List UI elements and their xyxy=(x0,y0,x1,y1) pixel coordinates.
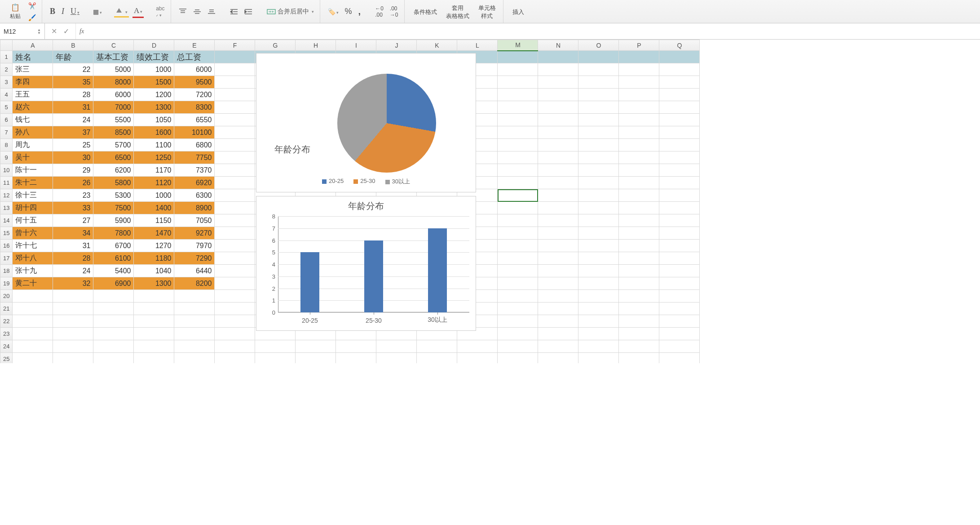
cell-B7[interactable]: 37 xyxy=(53,126,93,139)
col-header-N[interactable]: N xyxy=(538,40,578,51)
cell-styles-button[interactable]: 单元格 样式 xyxy=(476,2,499,21)
cell-P2[interactable] xyxy=(619,63,659,76)
col-header-K[interactable]: K xyxy=(417,40,457,51)
name-box[interactable]: M12 ▲▼ xyxy=(0,23,45,39)
row-header-15[interactable]: 15 xyxy=(0,227,13,240)
row-header-23[interactable]: 23 xyxy=(0,328,13,340)
cell-D10[interactable]: 1170 xyxy=(134,164,174,177)
cell-C9[interactable]: 6500 xyxy=(93,151,134,164)
row-header-8[interactable]: 8 xyxy=(0,139,13,151)
cell-Q9[interactable] xyxy=(659,151,700,164)
cell-M12[interactable] xyxy=(498,189,538,202)
cell-D3[interactable]: 1500 xyxy=(134,76,174,89)
cell-O12[interactable] xyxy=(578,189,619,202)
cell-Q18[interactable] xyxy=(659,265,700,277)
cell-L25[interactable] xyxy=(457,353,498,364)
cell-B21[interactable] xyxy=(53,303,93,315)
cell-P9[interactable] xyxy=(619,151,659,164)
cell-Q13[interactable] xyxy=(659,202,700,214)
cell-P12[interactable] xyxy=(619,189,659,202)
cell-D19[interactable]: 1300 xyxy=(134,277,174,290)
cell-M20[interactable] xyxy=(498,290,538,303)
cell-E18[interactable]: 6440 xyxy=(174,265,215,277)
cell-B4[interactable]: 28 xyxy=(53,89,93,101)
cell-M24[interactable] xyxy=(498,340,538,353)
cell-F3[interactable] xyxy=(215,76,255,89)
row-header-17[interactable]: 17 xyxy=(0,252,13,265)
cell-M9[interactable] xyxy=(498,151,538,164)
cell-N6[interactable] xyxy=(538,114,578,126)
increase-decimal-button[interactable]: ←0.00 xyxy=(374,4,385,19)
cell-P3[interactable] xyxy=(619,76,659,89)
cell-E25[interactable] xyxy=(174,353,215,364)
col-header-M[interactable]: M xyxy=(498,40,538,51)
cell-F20[interactable] xyxy=(215,290,255,303)
cell-E4[interactable]: 7200 xyxy=(174,89,215,101)
cell-C2[interactable]: 5000 xyxy=(93,63,134,76)
pie-chart[interactable]: 年龄分布 20-2525-3030以上 xyxy=(256,53,476,192)
col-header-D[interactable]: D xyxy=(134,40,174,51)
cell-D17[interactable]: 1180 xyxy=(134,252,174,265)
cell-M15[interactable] xyxy=(498,227,538,240)
cell-N3[interactable] xyxy=(538,76,578,89)
cell-P13[interactable] xyxy=(619,202,659,214)
cell-B6[interactable]: 24 xyxy=(53,114,93,126)
cell-O14[interactable] xyxy=(578,214,619,227)
cell-A6[interactable]: 钱七 xyxy=(13,114,53,126)
cell-O23[interactable] xyxy=(578,328,619,340)
cell-O15[interactable] xyxy=(578,227,619,240)
cell-D25[interactable] xyxy=(134,353,174,364)
cell-M3[interactable] xyxy=(498,76,538,89)
cell-F23[interactable] xyxy=(215,328,255,340)
cell-E19[interactable]: 8200 xyxy=(174,277,215,290)
table-format-button[interactable]: 套用 表格格式 xyxy=(443,2,472,21)
cell-F11[interactable] xyxy=(215,177,255,189)
cell-E15[interactable]: 9270 xyxy=(174,227,215,240)
cell-B22[interactable] xyxy=(53,315,93,328)
cell-M18[interactable] xyxy=(498,265,538,277)
cell-F6[interactable] xyxy=(215,114,255,126)
cell-E12[interactable]: 6300 xyxy=(174,189,215,202)
cell-D12[interactable]: 1000 xyxy=(134,189,174,202)
cell-A13[interactable]: 胡十四 xyxy=(13,202,53,214)
cell-Q19[interactable] xyxy=(659,277,700,290)
cell-F10[interactable] xyxy=(215,164,255,177)
cell-E14[interactable]: 7050 xyxy=(174,214,215,227)
cell-M19[interactable] xyxy=(498,277,538,290)
cell-P10[interactable] xyxy=(619,164,659,177)
cell-M22[interactable] xyxy=(498,315,538,328)
cell-C4[interactable]: 6000 xyxy=(93,89,134,101)
cell-F18[interactable] xyxy=(215,265,255,277)
cell-C14[interactable]: 5900 xyxy=(93,214,134,227)
cell-P24[interactable] xyxy=(619,340,659,353)
cell-O2[interactable] xyxy=(578,63,619,76)
cell-N9[interactable] xyxy=(538,151,578,164)
cell-M5[interactable] xyxy=(498,101,538,114)
cell-M8[interactable] xyxy=(498,139,538,151)
align-bottom-button[interactable] xyxy=(206,7,217,17)
cell-M1[interactable] xyxy=(498,51,538,63)
cell-F25[interactable] xyxy=(215,353,255,364)
cell-Q14[interactable] xyxy=(659,214,700,227)
cell-C23[interactable] xyxy=(93,328,134,340)
cell-A17[interactable]: 邓十八 xyxy=(13,252,53,265)
cell-B19[interactable]: 32 xyxy=(53,277,93,290)
cell-P1[interactable] xyxy=(619,51,659,63)
cell-N8[interactable] xyxy=(538,139,578,151)
cell-A8[interactable]: 周九 xyxy=(13,139,53,151)
cell-N12[interactable] xyxy=(538,189,578,202)
cell-P19[interactable] xyxy=(619,277,659,290)
col-header-I[interactable]: I xyxy=(336,40,376,51)
row-header-2[interactable]: 2 xyxy=(0,63,13,76)
cell-P14[interactable] xyxy=(619,214,659,227)
cell-D13[interactable]: 1400 xyxy=(134,202,174,214)
cell-E6[interactable]: 6550 xyxy=(174,114,215,126)
cell-C15[interactable]: 7800 xyxy=(93,227,134,240)
cell-N21[interactable] xyxy=(538,303,578,315)
cell-H24[interactable] xyxy=(296,340,336,353)
row-header-24[interactable]: 24 xyxy=(0,340,13,353)
cell-F21[interactable] xyxy=(215,303,255,315)
cell-C10[interactable]: 6200 xyxy=(93,164,134,177)
cell-M16[interactable] xyxy=(498,240,538,252)
cell-F8[interactable] xyxy=(215,139,255,151)
